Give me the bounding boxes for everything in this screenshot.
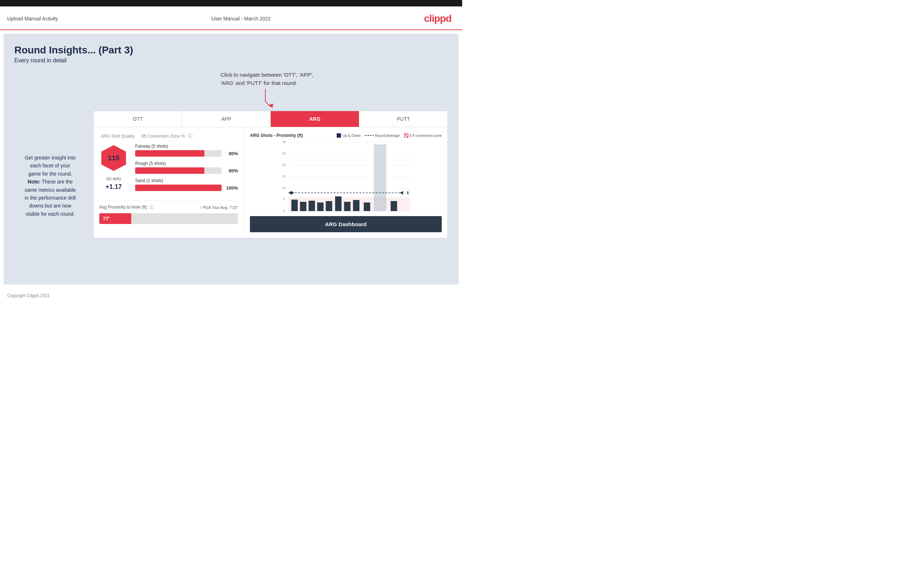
metrics-row: 115 SG ARG +1.17 Fairway (5 shots)	[99, 144, 238, 195]
svg-text:5: 5	[283, 197, 285, 201]
legend-box-icon	[337, 133, 341, 138]
left-panel: Get greater insight into each facet of y…	[15, 111, 86, 218]
svg-line-1	[265, 102, 271, 107]
svg-rect-24	[309, 201, 315, 211]
svg-text:0: 0	[283, 209, 285, 213]
svg-rect-25	[317, 203, 324, 211]
svg-text:15: 15	[282, 174, 286, 178]
shot-row-fairway: Fairway (5 shots) 80%	[135, 144, 238, 156]
header: Upload Manual Activity User Manual - Mar…	[0, 6, 462, 30]
nav-arrow-icon	[258, 87, 276, 109]
proximity-bar-track: 77'	[99, 213, 238, 224]
svg-rect-30	[374, 144, 386, 211]
clippd-logo: clippd	[424, 13, 451, 24]
proximity-label: Avg Proximity to Hole (ft) ⓘ	[99, 204, 154, 210]
svg-text:20: 20	[282, 163, 286, 167]
proximity-bar-fill: 77'	[99, 213, 131, 224]
svg-rect-23	[300, 202, 307, 211]
proximity-header: Avg Proximity to Hole (ft) ⓘ ↑ PGA Tour …	[99, 204, 238, 210]
sg-value: +1.17	[105, 183, 122, 191]
shot-label-fairway: Fairway (5 shots)	[135, 144, 238, 149]
svg-rect-29	[353, 200, 360, 211]
legend-conversion-label: 6 ft conversion zone	[410, 134, 442, 138]
svg-rect-27	[335, 197, 342, 211]
nav-hint-wrapper: Click to navigate between 'OTT', 'APP', …	[86, 71, 448, 109]
tab-ott[interactable]: OTT	[94, 111, 182, 127]
help-icon[interactable]: ⓘ	[188, 133, 192, 139]
copyright-label: Copyright Clippd 2021	[7, 293, 50, 298]
hex-container: 115 SG ARG +1.17	[99, 144, 128, 191]
bar-row-rough: 80%	[135, 168, 238, 174]
content-layout: Get greater insight into each facet of y…	[15, 111, 448, 239]
bar-row-fairway: 80%	[135, 150, 238, 156]
bar-fill-fairway	[135, 150, 204, 156]
bar-track-rough	[135, 168, 221, 174]
tab-bar: OTT APP ARG PUTT	[94, 111, 447, 127]
svg-text:25: 25	[282, 152, 286, 155]
card-right-section: ARG Shots - Proximity (ft) Up & Down Rou	[244, 127, 447, 238]
tab-putt[interactable]: PUTT	[359, 111, 447, 127]
chart-header: ARG Shots - Proximity (ft) Up & Down Rou	[250, 133, 442, 138]
tab-app[interactable]: APP	[182, 111, 271, 127]
svg-text:10: 10	[282, 186, 286, 190]
section-label: ARG Shot Quality 6ft Conversion Zone % ⓘ	[99, 133, 238, 139]
legend-conversion: 6 ft conversion zone	[404, 133, 442, 138]
pga-label: ↑ PGA Tour Avg: 7'10"	[200, 205, 238, 210]
legend-dashed-line-icon	[365, 134, 374, 137]
svg-marker-34	[289, 191, 294, 195]
svg-text:115: 115	[108, 154, 120, 162]
bar-pct-rough: 80%	[225, 168, 238, 174]
top-bar	[0, 0, 462, 6]
main-content: Round Insights... (Part 3) Every round i…	[3, 34, 459, 285]
bar-track-sand	[135, 185, 221, 191]
svg-rect-31	[364, 203, 370, 211]
arg-dashboard-button[interactable]: ARG Dashboard	[250, 216, 442, 232]
legend-hatch-icon	[404, 133, 409, 138]
svg-text:30: 30	[282, 141, 286, 144]
bar-fill-rough	[135, 168, 204, 174]
chart-title: ARG Shots - Proximity (ft)	[250, 133, 303, 138]
legend-up-down-label: Up & Down	[342, 134, 361, 138]
upload-activity-label: Upload Manual Activity	[7, 16, 58, 21]
shot-row-sand: Sand (1 shots) 100%	[135, 178, 238, 191]
shot-bars: Fairway (5 shots) 80% Rough (5 shots)	[135, 144, 238, 195]
svg-rect-28	[344, 202, 351, 211]
svg-rect-26	[326, 201, 333, 211]
bar-fill-sand	[135, 185, 221, 191]
sg-label: SG ARG	[106, 177, 121, 181]
proximity-chart: 0 5 10 15 20 25 30	[250, 141, 442, 213]
shot-label-sand: Sand (1 shots)	[135, 178, 238, 183]
legend-round-avg-label: Round Average	[375, 134, 400, 138]
footer: Copyright Clippd 2021	[0, 288, 462, 303]
svg-rect-32	[391, 201, 397, 211]
page-title: Round Insights... (Part 3)	[15, 44, 448, 56]
user-manual-label: User Manual - March 2022	[211, 16, 271, 21]
proximity-help-icon[interactable]: ⓘ	[150, 205, 154, 210]
svg-text:8: 8	[407, 191, 409, 195]
card-body: ARG Shot Quality 6ft Conversion Zone % ⓘ…	[94, 127, 447, 238]
hexagon-badge: 115	[99, 144, 128, 172]
chart-legend: Up & Down Round Average 6 ft conversio	[337, 133, 442, 138]
shot-label-rough: Rough (5 shots)	[135, 161, 238, 166]
legend-round-avg: Round Average	[365, 134, 400, 138]
proximity-section: Avg Proximity to Hole (ft) ⓘ ↑ PGA Tour …	[99, 200, 238, 224]
bar-pct-fairway: 80%	[225, 151, 238, 156]
nav-hint-text: Click to navigate between 'OTT', 'APP', …	[221, 71, 313, 87]
shot-row-rough: Rough (5 shots) 80%	[135, 161, 238, 174]
legend-up-down: Up & Down	[337, 133, 361, 138]
bar-pct-sand: 100%	[225, 185, 238, 191]
bar-track-fairway	[135, 150, 221, 156]
bar-row-sand: 100%	[135, 185, 238, 191]
svg-marker-35	[400, 191, 403, 195]
page-subtitle: Every round in detail	[15, 57, 448, 64]
card-left-section: ARG Shot Quality 6ft Conversion Zone % ⓘ…	[94, 127, 244, 238]
insight-text: Get greater insight into each facet of y…	[15, 154, 86, 218]
tab-arg[interactable]: ARG	[271, 111, 359, 127]
svg-rect-22	[291, 200, 298, 211]
chart-area: 0 5 10 15 20 25 30	[250, 141, 442, 213]
round-insights-card: OTT APP ARG PUTT ARG Shot Quality 6ft Co…	[93, 111, 448, 239]
